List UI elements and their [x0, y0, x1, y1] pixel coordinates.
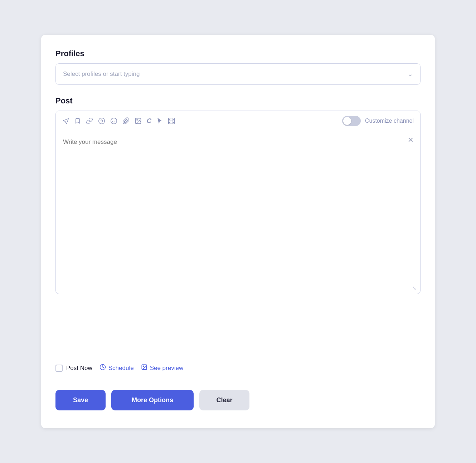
c-icon[interactable]: C: [147, 117, 151, 125]
bookmark-icon[interactable]: [74, 117, 81, 125]
main-card: Profiles Select profiles or start typing…: [41, 35, 435, 428]
schedule-icon: [99, 364, 106, 372]
post-editor: C: [55, 111, 421, 294]
chevron-down-icon: ⌄: [408, 70, 413, 78]
post-now-label: Post Now: [66, 365, 92, 372]
resize-handle: ⤡: [412, 285, 417, 291]
cursor-icon[interactable]: [156, 117, 163, 125]
attachment-icon[interactable]: [122, 117, 130, 125]
svg-point-5: [137, 120, 138, 121]
post-now-container: Post Now: [55, 365, 92, 372]
see-preview-label: See preview: [150, 365, 184, 372]
svg-point-1: [111, 118, 117, 124]
image-icon[interactable]: [135, 117, 142, 125]
message-textarea[interactable]: [63, 138, 413, 282]
megaphone-icon[interactable]: [62, 117, 69, 125]
film-icon[interactable]: [168, 117, 175, 125]
toolbar-right: Customize channel: [342, 116, 414, 126]
buttons-row: Save More Options Clear: [55, 390, 421, 410]
more-options-button[interactable]: More Options: [111, 390, 194, 410]
preview-icon: [141, 364, 147, 372]
message-area: ✕ ⤡: [56, 131, 420, 294]
post-label: Post: [55, 96, 421, 106]
post-toolbar: C: [56, 111, 420, 131]
link-circle-icon[interactable]: [98, 117, 105, 125]
post-now-checkbox[interactable]: [55, 365, 63, 372]
customize-channel-toggle[interactable]: [342, 116, 361, 126]
toolbar-icons: C: [62, 117, 337, 125]
profiles-dropdown[interactable]: Select profiles or start typing ⌄: [55, 63, 421, 85]
see-preview-link[interactable]: See preview: [141, 364, 184, 372]
clear-button[interactable]: Clear: [199, 390, 249, 410]
svg-point-16: [143, 366, 144, 366]
link-icon[interactable]: [86, 117, 93, 125]
profiles-placeholder: Select profiles or start typing: [63, 70, 140, 78]
schedule-link[interactable]: Schedule: [99, 364, 134, 372]
schedule-label: Schedule: [108, 365, 134, 372]
emoji-icon[interactable]: [110, 117, 117, 125]
close-icon[interactable]: ✕: [408, 136, 414, 143]
profiles-label: Profiles: [55, 49, 421, 58]
save-button[interactable]: Save: [55, 390, 106, 410]
profiles-section: Profiles Select profiles or start typing…: [55, 49, 421, 85]
post-section: Post: [55, 96, 421, 353]
customize-channel-label: Customize channel: [365, 118, 414, 124]
bottom-actions: Post Now Schedule See preview: [55, 364, 421, 372]
